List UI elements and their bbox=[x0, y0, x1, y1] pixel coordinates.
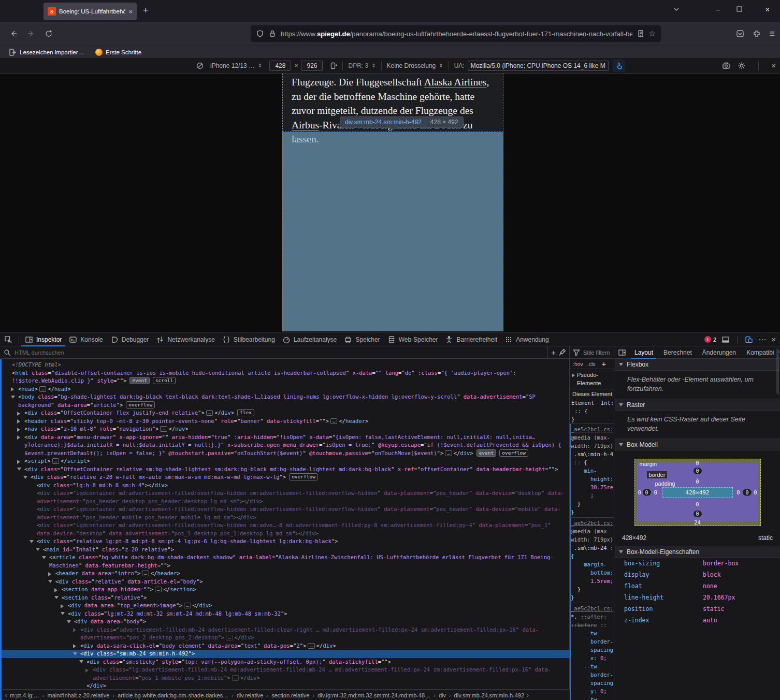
boxmodel-section-header[interactable]: Box-Modell bbox=[615, 439, 780, 450]
twisty-icon[interactable] bbox=[30, 540, 34, 543]
breadcrumb-item[interactable]: m:pt-4.lg:… bbox=[10, 692, 39, 698]
rdm-settings-gear-icon[interactable] bbox=[738, 62, 746, 70]
responsive-mode-icon[interactable] bbox=[745, 336, 753, 344]
twisty-icon[interactable] bbox=[85, 668, 89, 673]
markup-line[interactable]: <article class="bg-white dark:bg-dm-shad… bbox=[2, 553, 570, 570]
collapsed-content-ellipsis[interactable]: … bbox=[226, 635, 233, 640]
markup-badge[interactable]: overflow bbox=[499, 449, 528, 457]
sidebar-tab-kompatibi[interactable]: Kompatibi bbox=[741, 346, 779, 359]
breadcrumb-item[interactable]: div.lg:mt-32.md:mt-32.sm:mt-24.md:mb-48… bbox=[317, 692, 430, 698]
markup-line-selected[interactable]: <div class="sm:mb-24 sm:min-h-492"> bbox=[2, 650, 570, 658]
devtools-tab-netzwerkanalyse[interactable]: Netzwerkanalyse bbox=[152, 333, 218, 346]
devtools-tab-konsole[interactable]: Konsole bbox=[65, 333, 106, 346]
collapsed-content-ellipsis[interactable]: … bbox=[206, 410, 213, 416]
twisty-icon[interactable] bbox=[17, 419, 20, 424]
markup-line[interactable]: <div class="lg:mt-32 md:mt-32 sm:mt-24 m… bbox=[2, 610, 570, 618]
margin-right-value[interactable]: 0 bbox=[754, 489, 757, 495]
padding-left-value[interactable]: 0 bbox=[654, 489, 657, 495]
bookmark-star-icon[interactable]: ☆ bbox=[649, 29, 656, 38]
twisty-icon[interactable] bbox=[42, 556, 46, 559]
dpr-selector[interactable]: DPR: 3⇕ bbox=[348, 62, 375, 69]
devtools-menu-icon[interactable]: ⋯ bbox=[758, 335, 766, 344]
markup-line[interactable]: <div data-sara-click-el="body_element" d… bbox=[2, 642, 570, 650]
bookmark-item[interactable]: Lesezeichen importier… bbox=[8, 48, 84, 56]
collapsed-content-ellipsis[interactable]: … bbox=[142, 571, 149, 576]
padding-bottom-value[interactable]: 0 bbox=[696, 501, 699, 507]
border-left-value[interactable]: 0 bbox=[643, 489, 651, 496]
markup-line[interactable]: <div class="iqdcontainer md:advertisemen… bbox=[2, 505, 570, 521]
markup-line[interactable]: <div class="lg:advertisement-filled:mb-2… bbox=[2, 666, 570, 682]
collapsed-content-ellipsis[interactable]: … bbox=[330, 418, 337, 424]
breadcrumb-item[interactable]: div.sm:mb-24.sm:min-h-492 bbox=[454, 692, 525, 698]
twisty-icon[interactable] bbox=[11, 396, 15, 399]
window-close-button[interactable]: × bbox=[761, 5, 774, 14]
markup-badge[interactable]: scroll bbox=[153, 377, 176, 384]
markup-line[interactable]: <div class="relative z-20 w-full mx-auto… bbox=[2, 473, 570, 482]
padding-top-value[interactable]: 0 bbox=[696, 478, 699, 485]
touch-simulation-button[interactable] bbox=[613, 60, 625, 72]
twisty-icon[interactable] bbox=[36, 548, 40, 551]
breadcrumb-item[interactable]: article.bg-white.dark:bg-dm-shade-darkes… bbox=[118, 692, 228, 698]
devtools-tab-laufzeitanalyse[interactable]: Laufzeitanalyse bbox=[279, 333, 340, 346]
breadcrumb-item[interactable]: main#Inhalt.z-20.relative bbox=[48, 692, 110, 698]
pseudo-class-toggles[interactable]: :hov .cls + bbox=[570, 359, 614, 369]
twisty-icon[interactable] bbox=[17, 435, 20, 440]
box-model-content[interactable]: 428×492 bbox=[662, 487, 733, 498]
markup-line[interactable]: <div class="OffsetContainer relative sm:… bbox=[2, 465, 570, 474]
device-selector[interactable]: iPhone 12/13 …⇕ bbox=[210, 62, 262, 69]
user-agent-input[interactable] bbox=[468, 61, 609, 71]
eyedropper-icon[interactable] bbox=[558, 348, 566, 357]
markup-badge[interactable]: overflow bbox=[126, 401, 155, 409]
element-inline-rule[interactable]: Element Inl: :: {} bbox=[570, 399, 614, 424]
devtools-tab-debugger[interactable]: Debugger bbox=[107, 333, 153, 346]
tab-close-icon[interactable]: × bbox=[128, 8, 133, 16]
margin-left-value[interactable]: 0 bbox=[638, 489, 641, 495]
collapsed-content-ellipsis[interactable]: … bbox=[160, 426, 167, 432]
extensions-icon[interactable] bbox=[753, 30, 761, 38]
twisty-icon[interactable] bbox=[73, 652, 77, 655]
breadcrumb-item[interactable]: section.relative bbox=[271, 692, 309, 698]
markup-badge[interactable]: event bbox=[476, 449, 497, 457]
circle-slash-icon[interactable] bbox=[196, 62, 204, 70]
collapsed-content-ellipsis[interactable]: … bbox=[232, 675, 239, 681]
collapsed-content-ellipsis[interactable]: … bbox=[155, 587, 162, 592]
css-rule[interactable]: _ae5c2bc1.cs:@media (max-width: 719px) .… bbox=[570, 424, 614, 517]
breadcrumb-item[interactable]: div.relative bbox=[237, 692, 264, 698]
markup-badge[interactable]: overflow bbox=[289, 473, 318, 480]
twisty-icon[interactable] bbox=[17, 460, 20, 464]
devtools-tab-speicher[interactable]: Speicher bbox=[340, 333, 383, 346]
rdm-close-icon[interactable]: × bbox=[771, 61, 776, 70]
collapsed-content-ellipsis[interactable]: … bbox=[52, 458, 59, 464]
article-link[interactable]: Airbus bbox=[292, 120, 319, 130]
markup-line[interactable]: <div data-area="menu-drawer" x-app-ignor… bbox=[2, 433, 570, 458]
flexbox-section-header[interactable]: Flexbox bbox=[615, 359, 780, 371]
collapsed-content-ellipsis[interactable]: … bbox=[39, 386, 46, 392]
pane-toggle-icon[interactable] bbox=[618, 348, 626, 357]
device-viewport[interactable]: Flugzeuge. Die Fluggesellschaft Alaska A… bbox=[282, 74, 503, 331]
markup-badge[interactable]: event bbox=[129, 377, 150, 384]
rotate-viewport-icon[interactable] bbox=[329, 62, 337, 70]
markup-line[interactable]: <div class="lg:h-8 md:h-8 sm:h-4"></div> bbox=[2, 482, 570, 490]
collapsed-content-ellipsis[interactable]: … bbox=[308, 643, 314, 649]
twisty-icon[interactable] bbox=[61, 604, 64, 608]
screenshot-camera-icon[interactable] bbox=[722, 62, 730, 70]
grid-section-header[interactable]: Raster bbox=[615, 399, 780, 411]
devtools-tab-barrierefreiheit[interactable]: Barrierefreiheit bbox=[441, 333, 501, 346]
hamburger-menu-icon[interactable]: ≡ bbox=[769, 28, 775, 39]
window-maximize-button[interactable] bbox=[736, 6, 749, 12]
viewport-width-input[interactable] bbox=[269, 61, 291, 71]
forward-button[interactable] bbox=[27, 30, 35, 38]
viewport-height-input[interactable] bbox=[301, 61, 323, 71]
pick-element-icon[interactable] bbox=[4, 336, 12, 344]
border-top-value[interactable]: 0 bbox=[693, 468, 701, 474]
twisty-icon[interactable] bbox=[61, 612, 65, 615]
list-tabs-chevron-icon[interactable] bbox=[670, 5, 683, 15]
boxmodel-properties-header[interactable]: Box-Modell-Eigenschaften bbox=[615, 546, 780, 558]
twisty-icon[interactable] bbox=[73, 644, 76, 648]
split-console-icon[interactable] bbox=[721, 336, 730, 344]
border-bottom-value[interactable]: 0 bbox=[693, 511, 701, 517]
markup-line[interactable]: <div data-area="top_element>image">…</di… bbox=[2, 602, 570, 610]
twisty-icon[interactable] bbox=[54, 588, 57, 592]
collapsed-content-ellipsis[interactable]: … bbox=[445, 450, 452, 456]
twisty-icon[interactable] bbox=[23, 476, 27, 479]
